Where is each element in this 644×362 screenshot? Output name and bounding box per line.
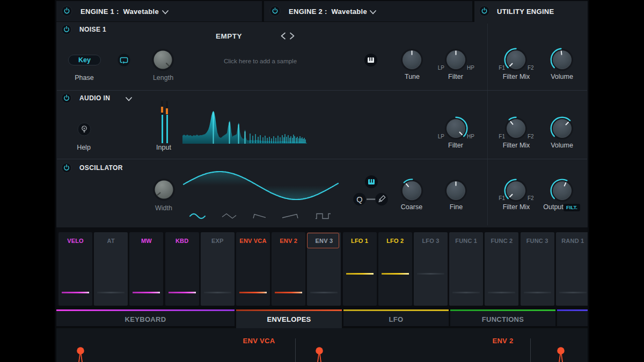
svg-text:Q: Q <box>356 195 362 204</box>
